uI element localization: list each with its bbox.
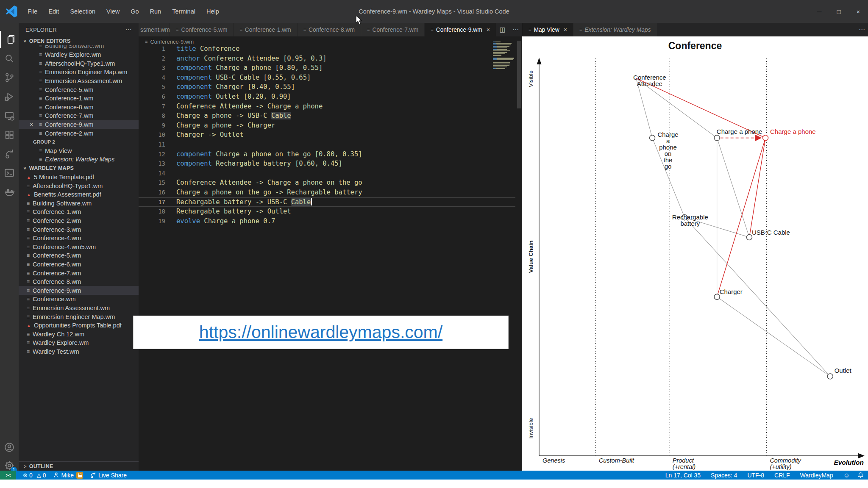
code-line-18[interactable]: 18Rechargable battery -> Outlet [139, 207, 515, 216]
file-conference-wm[interactable]: ≡Conference.wm [19, 295, 139, 304]
live-share-icon[interactable] [0, 145, 19, 162]
explorer-icon[interactable] [0, 31, 19, 48]
more-actions-icon[interactable]: ⋯ [855, 26, 868, 33]
map-node-charger[interactable] [714, 294, 720, 299]
code-line-2[interactable]: 2anchor Conference Attendee [0.95, 0.3] [139, 54, 515, 64]
map-node-usbc[interactable] [746, 235, 752, 240]
file-conference-7-wm[interactable]: ≡Conference-7.wm [19, 269, 139, 277]
feedback-icon[interactable]: ☺ [843, 471, 850, 479]
file-conference-9-wm[interactable]: ≡Conference-9.wm [19, 286, 139, 295]
code-line-9[interactable]: 9Charge a phone -> Charger [139, 121, 515, 130]
file-opportunities-prompts-table-pdf[interactable]: ▲Opportunities Prompts Table.pdf [19, 321, 139, 330]
account-icon[interactable] [0, 439, 19, 456]
map-node-cpotg[interactable] [650, 135, 655, 141]
problems-indicator[interactable]: ⊗ 0 △ 0 [23, 472, 46, 479]
tab-conference-9-wm[interactable]: ≡Conference-9.wm× [425, 23, 496, 36]
tab-conference-5-wm[interactable]: ≡Conference-5.wm [170, 23, 234, 36]
file-conference-4-wm[interactable]: ≡Conference-4.wm [19, 234, 139, 243]
docker-icon[interactable] [0, 183, 19, 200]
code-line-15[interactable]: 15Conference Attendee -> Charge a phone … [139, 178, 515, 188]
code-line-10[interactable]: 10Charger -> Outlet [139, 130, 515, 140]
account-status[interactable]: Mike [53, 472, 83, 479]
map-node-cp[interactable] [714, 135, 720, 141]
open-editors-header[interactable]: > OPEN EDITORS [19, 36, 139, 45]
code-line-17[interactable]: 17Rechargable battery -> USB-C Cable [139, 197, 515, 207]
file-5-minute-template-pdf[interactable]: ▲5 Minute Template.pdf [19, 173, 139, 182]
source-control-icon[interactable] [0, 69, 19, 86]
code-line-3[interactable]: 3component Charge a phone [0.80, 0.55] [139, 63, 515, 73]
tab-conference-1-wm[interactable]: ≡Conference-1.wm [234, 23, 297, 36]
close-button[interactable]: × [849, 0, 868, 23]
sidebar-more-icon[interactable]: ⋯ [125, 26, 132, 33]
extensions-icon[interactable] [0, 126, 19, 143]
open-editor-map-view[interactable]: ≡Map View [19, 147, 139, 155]
code-line-12[interactable]: 12component Charge a phone on the go [0.… [139, 150, 515, 159]
open-editor-conference-1-wm[interactable]: ≡Conference-1.wm [19, 94, 139, 103]
open-editor-conference-8-wm[interactable]: ≡Conference-8.wm [19, 103, 139, 112]
remote-explorer-icon[interactable] [0, 107, 19, 124]
code-line-1[interactable]: 1title Conference [139, 44, 515, 54]
code-editor[interactable]: 1title Conference2anchor Conference Atte… [139, 44, 515, 226]
menu-edit[interactable]: Edit [43, 8, 64, 15]
map-node-outlet[interactable] [827, 374, 833, 379]
file-conference-2-wm[interactable]: ≡Conference-2.wm [19, 216, 139, 225]
close-icon[interactable]: × [487, 26, 490, 33]
file-emmersion-engineer-map-wm[interactable]: ≡Emmersion Engineer Map.wm [19, 312, 139, 321]
file-building-software-wm[interactable]: ≡Building Software.wm [19, 199, 139, 208]
file-conference-4-wm5-wm[interactable]: ≡Conference-4.wm5.wm [19, 242, 139, 251]
open-editor-conference-2-wm[interactable]: ≡Conference-2.wm [19, 129, 139, 138]
tab-map-view[interactable]: ≡Map View× [523, 23, 573, 36]
close-icon[interactable]: × [564, 26, 567, 33]
close-icon[interactable]: × [30, 121, 33, 128]
maximize-button[interactable]: □ [829, 0, 849, 23]
code-line-19[interactable]: 19evolve Charge a phone 0.7 [139, 216, 515, 226]
menu-view[interactable]: View [101, 8, 125, 15]
file-conference-3-wm[interactable]: ≡Conference-3.wm [19, 225, 139, 234]
map-node-cp_ev[interactable] [763, 135, 768, 141]
live-share-status[interactable]: Live Share [90, 472, 127, 479]
file-conference-6-wm[interactable]: ≡Conference-6.wm [19, 260, 139, 269]
file-conference-5-wm[interactable]: ≡Conference-5.wm [19, 251, 139, 260]
more-actions-icon[interactable]: ⋯ [509, 26, 522, 33]
file-conference-8-wm[interactable]: ≡Conference-8.wm [19, 277, 139, 286]
menu-file[interactable]: File [22, 8, 43, 15]
menu-go[interactable]: Go [125, 8, 144, 15]
open-editor-emmersion-assessment-wm[interactable]: ≡Emmersion Assessment.wm [19, 77, 139, 86]
file-wardley-ch-12-wm[interactable]: ≡Wardley Ch 12.wm [19, 330, 139, 338]
tab-ssment-wm[interactable]: ssment.wm [139, 23, 170, 36]
code-line-6[interactable]: 6component Outlet [0.20, 0.90] [139, 92, 515, 102]
status-ln-17-col-35[interactable]: Ln 17, Col 35 [665, 472, 701, 479]
tab-conference-7-wm[interactable]: ≡Conference-7.wm [361, 23, 425, 36]
file-wardley-test-wm[interactable]: ≡Wardley Test.wm [19, 347, 139, 356]
code-line-13[interactable]: 13component Rechargable battery [0.60, 0… [139, 159, 515, 169]
code-line-14[interactable]: 14 [139, 169, 515, 178]
file-wardley-explore-wm[interactable]: ≡Wardley Explore.wm [19, 338, 139, 347]
split-editor-icon[interactable]: ◫ [496, 26, 509, 33]
code-line-4[interactable]: 4component USB-C Cable [0.55, 0.65] [139, 73, 515, 83]
open-editor-conference-5-wm[interactable]: ≡Conference-5.wm [19, 85, 139, 94]
open-editor-conference-9-wm[interactable]: ×≡Conference-9.wm [19, 120, 139, 129]
status-wardleymap[interactable]: WardleyMap [800, 472, 833, 479]
open-editor-emmersion-engineer-map-wm[interactable]: ≡Emmersion Engineer Map.wm [19, 68, 139, 77]
tab-conference-8-wm[interactable]: ≡Conference-8.wm [298, 23, 361, 36]
open-editor-conference-7-wm[interactable]: ≡Conference-7.wm [19, 111, 139, 120]
menu-terminal[interactable]: Terminal [167, 8, 201, 15]
remote-indicator[interactable]: >< [0, 471, 16, 480]
tab-extension-wardley-maps[interactable]: ≡Extension: Wardley Maps [573, 23, 657, 36]
file-conference-1-wm[interactable]: ≡Conference-1.wm [19, 208, 139, 216]
code-line-11[interactable]: 11 [139, 140, 515, 150]
wardley-map-svg[interactable]: ConferenceAttendeeCharge a phoneCharge a… [522, 36, 868, 471]
open-editor-extension-wardley-maps[interactable]: ≡Extension: Wardley Maps [19, 155, 139, 164]
status-utf-8[interactable]: UTF-8 [747, 472, 764, 479]
terminal-icon[interactable] [0, 164, 19, 181]
file-benefits-assessment-pdf[interactable]: ▲Benefits Assessment.pdf [19, 190, 139, 199]
minimap[interactable] [493, 42, 516, 69]
wardleymaps-link[interactable]: https://onlinewardleymaps.com/ [199, 322, 442, 342]
wardley-maps-header[interactable]: > WARDLEY MAPS [19, 164, 139, 173]
code-line-8[interactable]: 8Charge a phone -> USB-C Cable [139, 111, 515, 121]
run-debug-icon[interactable] [0, 88, 19, 105]
menu-help[interactable]: Help [201, 8, 225, 15]
search-icon[interactable] [0, 50, 19, 67]
minimize-button[interactable]: ─ [810, 0, 829, 23]
menu-selection[interactable]: Selection [64, 8, 101, 15]
